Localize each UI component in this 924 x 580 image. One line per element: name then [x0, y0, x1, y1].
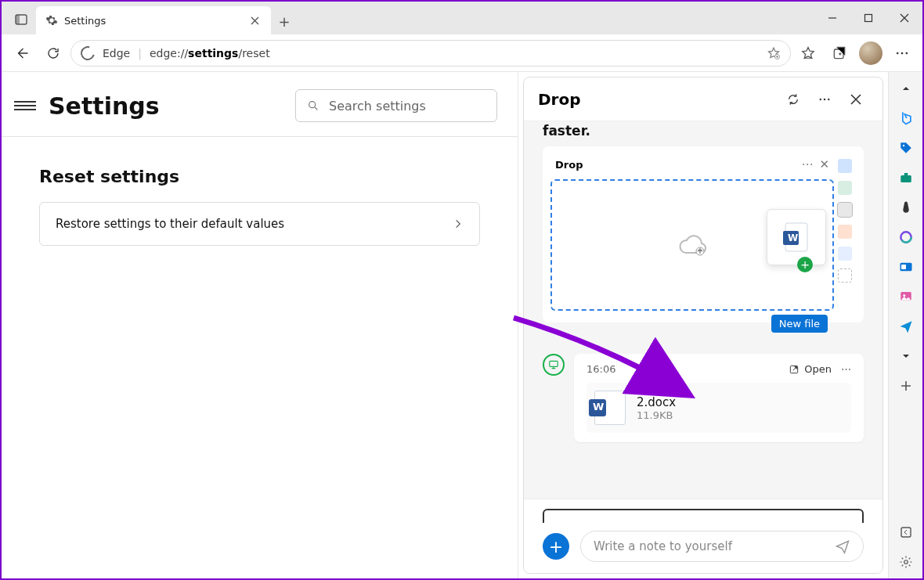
- hero-close-icon: ✕: [819, 157, 829, 171]
- image-creator-icon[interactable]: [894, 285, 918, 308]
- drop-hero-card: Drop ⋯ ✕ W + New: [543, 146, 864, 322]
- drop-plane-icon[interactable]: [894, 315, 918, 338]
- favorite-star-icon[interactable]: [767, 46, 781, 60]
- minimize-button[interactable]: [814, 2, 850, 34]
- more-menu-button[interactable]: [888, 39, 916, 67]
- settings-search-input[interactable]: Search settings: [295, 89, 497, 122]
- settings-pane: Settings Search settings Reset settings …: [2, 72, 518, 578]
- send-icon[interactable]: [835, 539, 850, 554]
- compose-input[interactable]: Write a note to yourself: [580, 531, 864, 562]
- hero-more-icon: ⋯: [801, 157, 813, 171]
- identity-label: Edge: [103, 47, 130, 59]
- favorites-button[interactable]: [794, 39, 822, 67]
- drop-more-button[interactable]: [812, 87, 837, 112]
- svg-rect-20: [904, 173, 908, 175]
- settings-hamburger-icon[interactable]: [14, 101, 36, 110]
- svg-rect-27: [901, 528, 911, 537]
- svg-rect-16: [550, 361, 558, 366]
- message-time: 16:06: [587, 363, 615, 375]
- file-name: 2.docx: [637, 395, 676, 409]
- hero-text: faster.: [543, 121, 864, 146]
- word-document-icon: [594, 391, 626, 425]
- reset-section: Reset settings Restore settings to their…: [2, 137, 518, 276]
- svg-point-7: [906, 52, 908, 54]
- svg-point-28: [904, 560, 908, 564]
- copilot-icon[interactable]: [894, 225, 918, 249]
- hero-card-title: Drop: [555, 159, 583, 171]
- close-tab-icon[interactable]: [247, 13, 262, 27]
- sidebar-collapse-icon[interactable]: [894, 77, 918, 100]
- svg-point-10: [824, 98, 825, 99]
- gear-icon: [45, 14, 58, 27]
- games-icon[interactable]: [894, 196, 918, 219]
- url-text: edge://settings/reset: [150, 47, 270, 59]
- drop-close-button[interactable]: [843, 87, 868, 112]
- message-row: 16:06 Open ⋯ 2.docx 11.9KB: [543, 354, 864, 442]
- drop-zone[interactable]: W + New file: [550, 179, 834, 311]
- close-window-button[interactable]: [886, 2, 922, 34]
- svg-text:W: W: [788, 232, 798, 243]
- file-item[interactable]: 2.docx 11.9KB: [587, 383, 851, 433]
- add-badge-icon: +: [797, 257, 813, 272]
- restore-defaults-option[interactable]: Restore settings to their default values: [39, 202, 480, 246]
- compose-top-border: [543, 509, 864, 523]
- window-titlebar: Settings +: [2, 2, 922, 34]
- sidebar-panel-icon[interactable]: [894, 521, 918, 544]
- svg-point-18: [902, 145, 904, 146]
- drop-body: faster. Drop ⋯ ✕: [524, 121, 882, 499]
- bing-icon[interactable]: [894, 106, 918, 130]
- svg-point-11: [828, 98, 829, 99]
- file-preview: W +: [767, 209, 826, 265]
- divider: |: [138, 47, 142, 59]
- browser-tab[interactable]: Settings: [36, 6, 271, 34]
- svg-point-8: [309, 102, 316, 108]
- side-icon: [838, 247, 852, 261]
- outlook-icon[interactable]: [894, 255, 918, 279]
- sidebar-expand-icon[interactable]: [894, 344, 918, 368]
- svg-point-26: [903, 294, 905, 297]
- svg-rect-1: [16, 15, 20, 24]
- svg-rect-2: [865, 15, 872, 22]
- shopping-tag-icon[interactable]: [894, 136, 918, 160]
- svg-point-6: [901, 52, 904, 54]
- side-icon: [838, 225, 852, 239]
- svg-point-9: [820, 98, 821, 99]
- content-area: Settings Search settings Reset settings …: [2, 72, 922, 578]
- back-button[interactable]: [8, 39, 36, 67]
- side-add-icon: [838, 268, 852, 283]
- drop-header: Drop: [524, 77, 882, 121]
- new-file-badge: New file: [771, 315, 828, 333]
- option-label: Restore settings to their default values: [56, 217, 284, 231]
- sidebar-settings-icon[interactable]: [894, 550, 918, 574]
- add-attachment-button[interactable]: +: [543, 533, 569, 560]
- open-file-button[interactable]: Open: [789, 363, 832, 375]
- drop-refresh-button[interactable]: [781, 87, 806, 112]
- profile-avatar[interactable]: [857, 39, 885, 67]
- edge-sidebar: [888, 72, 922, 578]
- search-placeholder: Search settings: [329, 99, 426, 113]
- drop-panel: Drop faster. Drop: [523, 77, 883, 574]
- cloud-upload-icon: [677, 234, 708, 256]
- compose-area: + Write a note to yourself: [524, 499, 882, 573]
- side-icon: [838, 181, 852, 195]
- sidebar-add-button[interactable]: [894, 374, 918, 398]
- side-icon: [838, 159, 852, 173]
- tab-actions-button[interactable]: [6, 5, 36, 34]
- window-controls: [814, 2, 922, 34]
- address-bar[interactable]: Edge | edge://settings/reset: [70, 40, 791, 67]
- tab-strip: Settings +: [2, 2, 298, 34]
- edge-icon: [78, 43, 98, 63]
- svg-point-5: [897, 52, 899, 54]
- new-tab-button[interactable]: +: [271, 8, 298, 34]
- svg-rect-19: [901, 175, 911, 182]
- tools-briefcase-icon[interactable]: [894, 166, 918, 189]
- message-card: 16:06 Open ⋯ 2.docx 11.9KB: [574, 354, 864, 442]
- section-title: Reset settings: [39, 167, 480, 186]
- hero-side-icons: [834, 154, 856, 315]
- refresh-button[interactable]: [39, 39, 67, 67]
- collections-button[interactable]: [825, 39, 854, 67]
- page-title: Settings: [49, 92, 160, 120]
- message-more-button[interactable]: ⋯: [841, 363, 851, 375]
- chevron-right-icon: [453, 218, 464, 229]
- maximize-button[interactable]: [850, 2, 886, 34]
